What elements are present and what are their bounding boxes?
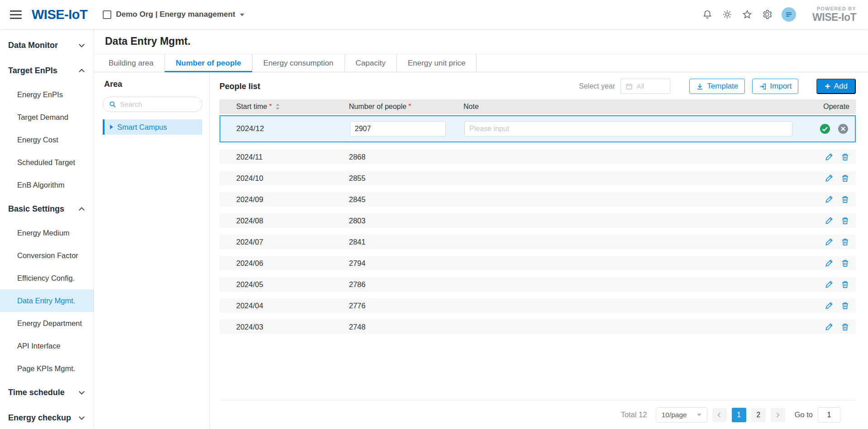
sidebar-item-target-demand[interactable]: Target Demand xyxy=(0,106,94,128)
sidebar-item-label: Data Entry Mgmt. xyxy=(17,297,75,305)
sidebar-item-label: EnB Algorithm xyxy=(17,181,65,189)
sidebar-item-api-interface[interactable]: API Interface xyxy=(0,335,94,357)
sidebar-item-energy-medium[interactable]: Energy Medium xyxy=(0,222,94,244)
table-row: 2024/03 2748 xyxy=(219,320,856,334)
people-count-input[interactable] xyxy=(350,121,446,137)
org-selector[interactable]: Demo Org | Energy management xyxy=(103,10,244,19)
goto-page-input[interactable] xyxy=(818,407,840,423)
tab-number-of-people[interactable]: Number of people xyxy=(165,54,253,72)
delete-icon[interactable] xyxy=(841,280,849,289)
sidebar-section-target-enpis[interactable]: Target EnPIs xyxy=(0,58,94,83)
area-panel: Area Smart Campus xyxy=(94,72,210,429)
tab-label: Energy unit price xyxy=(408,59,466,68)
chevron-down-icon xyxy=(697,414,701,416)
edit-icon[interactable] xyxy=(825,280,834,289)
row-people-count: 2845 xyxy=(349,195,463,204)
select-year-picker[interactable]: All xyxy=(620,79,670,94)
next-page-button[interactable] xyxy=(771,408,785,422)
sidebar-item-efficiency-config[interactable]: Efficiency Config. xyxy=(0,267,94,289)
sidebar-item-data-entry-mgmt[interactable]: Data Entry Mgmt. xyxy=(0,289,94,312)
sidebar-item-conversion-factor[interactable]: Conversion Factor xyxy=(0,244,94,267)
prev-page-button[interactable] xyxy=(712,408,727,422)
sidebar-section-data-monitor[interactable]: Data Monitor xyxy=(0,33,94,58)
sidebar-section-basic-settings[interactable]: Basic Settings xyxy=(0,196,94,222)
people-list-title: People list xyxy=(219,82,260,91)
edit-icon[interactable] xyxy=(825,322,834,331)
favorite-star-icon[interactable] xyxy=(742,9,753,20)
sidebar-item-scheduled-target[interactable]: Scheduled Target xyxy=(0,151,94,174)
table-edit-row: 2024/12 xyxy=(219,115,856,142)
sidebar-item-energy-enpis[interactable]: Energy EnPIs xyxy=(0,83,94,106)
sort-icon[interactable] xyxy=(275,103,280,110)
sidebar-item-label: Target Demand xyxy=(17,113,68,122)
sidebar-section-time-schedule[interactable]: Time schedule xyxy=(0,380,94,405)
row-operate-cell xyxy=(797,237,856,246)
tree-node-smart-campus[interactable]: Smart Campus xyxy=(103,119,202,135)
edit-icon[interactable] xyxy=(825,216,834,225)
sidebar-item-label: Energy Medium xyxy=(17,229,70,237)
tab-energy-unit-price[interactable]: Energy unit price xyxy=(397,54,477,72)
tab-bar: Building area Number of people Energy co… xyxy=(94,54,868,72)
page-button-2[interactable]: 2 xyxy=(751,408,766,422)
delete-icon[interactable] xyxy=(841,237,849,246)
note-input[interactable] xyxy=(464,121,792,137)
page-button-1[interactable]: 1 xyxy=(732,408,746,422)
tab-building-area[interactable]: Building area xyxy=(98,54,165,72)
delete-icon[interactable] xyxy=(841,195,849,204)
top-bar: WISE-IoT Demo Org | Energy management xyxy=(0,0,868,29)
column-label: Operate xyxy=(823,103,849,111)
sidebar-item-energy-cost[interactable]: Energy Cost xyxy=(0,128,94,151)
cancel-icon[interactable] xyxy=(838,123,849,134)
brightness-icon[interactable] xyxy=(722,9,733,20)
tab-label: Building area xyxy=(109,59,153,68)
confirm-icon[interactable] xyxy=(820,123,830,134)
sidebar-item-enb-algorithm[interactable]: EnB Algorithm xyxy=(0,174,94,196)
column-header-start-time: Start time * xyxy=(219,103,349,111)
row-start-time: 2024/11 xyxy=(219,153,349,161)
sidebar-item-label: Conversion Factor xyxy=(17,251,78,260)
delete-icon[interactable] xyxy=(841,322,849,331)
edit-icon[interactable] xyxy=(825,301,834,310)
edit-icon[interactable] xyxy=(825,174,834,183)
sidebar-section-label: Target EnPIs xyxy=(8,66,57,75)
sidebar-item-label: Energy Department xyxy=(17,319,82,328)
edit-icon[interactable] xyxy=(825,237,834,246)
import-button[interactable]: Import xyxy=(752,79,798,94)
table-row: 2024/11 2868 xyxy=(219,150,856,164)
delete-icon[interactable] xyxy=(841,152,849,161)
edit-icon[interactable] xyxy=(825,152,834,161)
page-title: Data Entry Mgmt. xyxy=(105,35,191,47)
sidebar-item-page-kpis-mgmt[interactable]: Page KPIs Mgmt. xyxy=(0,357,94,380)
select-year-value: All xyxy=(636,82,644,90)
page-size-select[interactable]: 10/page xyxy=(656,407,707,423)
sidebar-section-label: Data Monitor xyxy=(8,41,58,50)
column-label: Note xyxy=(463,103,479,111)
user-avatar[interactable] xyxy=(782,7,796,22)
hamburger-menu-icon[interactable] xyxy=(10,10,22,19)
table-spacer xyxy=(219,334,856,400)
powered-by-line2: WISE-IoT xyxy=(812,12,856,23)
top-bar-right: POWERED BY WISE-IoT xyxy=(702,6,856,23)
tree-node-label: Smart Campus xyxy=(117,123,167,132)
main-content: Data Entry Mgmt. Building area Number of… xyxy=(94,29,868,429)
row-people-count: 2748 xyxy=(349,323,463,331)
template-button[interactable]: Template xyxy=(689,79,745,94)
sidebar-section-energy-checkup[interactable]: Energy checkup xyxy=(0,405,94,429)
tab-capacity[interactable]: Capacity xyxy=(345,54,397,72)
settings-gear-icon[interactable] xyxy=(762,9,773,20)
add-button[interactable]: + Add xyxy=(816,79,856,94)
delete-icon[interactable] xyxy=(841,216,849,225)
delete-icon[interactable] xyxy=(841,174,849,183)
edit-icon[interactable] xyxy=(825,195,834,204)
area-search-input[interactable] xyxy=(120,100,196,108)
delete-icon[interactable] xyxy=(841,259,849,268)
sidebar-item-energy-department[interactable]: Energy Department xyxy=(0,312,94,335)
sidebar-item-label: Scheduled Target xyxy=(17,158,75,167)
tab-energy-consumption[interactable]: Energy consumption xyxy=(253,54,345,72)
notification-bell-icon[interactable] xyxy=(702,9,713,20)
row-operate-cell xyxy=(797,301,856,310)
import-icon xyxy=(759,83,767,90)
edit-icon[interactable] xyxy=(825,259,834,268)
delete-icon[interactable] xyxy=(841,301,849,310)
row-start-time: 2024/08 xyxy=(219,217,349,225)
